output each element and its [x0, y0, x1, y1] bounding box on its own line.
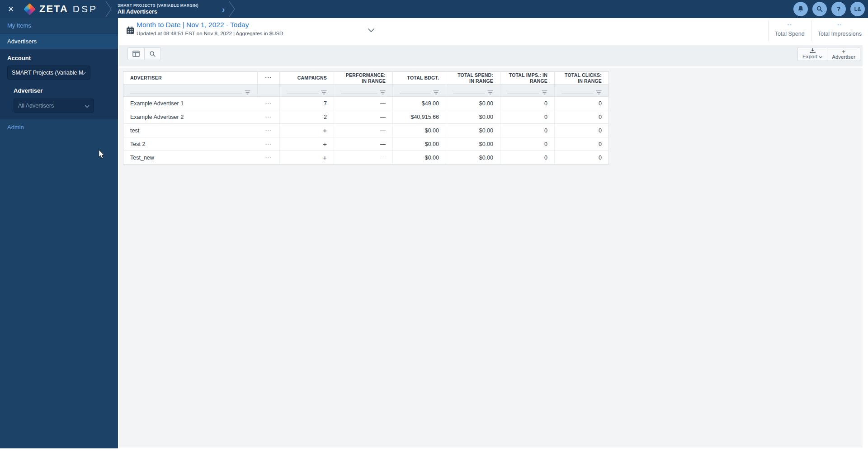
- notifications-button[interactable]: [793, 2, 808, 16]
- filter-icon[interactable]: [596, 90, 602, 95]
- ellipsis-icon[interactable]: ···: [265, 75, 272, 81]
- performance-value: —: [380, 100, 386, 107]
- cell-advertiser: Test_new: [123, 151, 258, 165]
- advertiser-value[interactable]: Test 2: [130, 141, 145, 147]
- cell-total_imps: 0: [500, 124, 555, 137]
- filter-underline[interactable]: [561, 94, 594, 94]
- cell-campaigns: 2: [280, 110, 334, 124]
- breadcrumb-account: SMART PROJECTS (VARIABLE MARGIN): [118, 4, 198, 8]
- date-range-title[interactable]: Month to Date | Nov 1, 2022 - Today: [137, 21, 283, 29]
- advertiser-value[interactable]: Example Advertiser 1: [130, 100, 184, 107]
- performance-value: —: [380, 127, 386, 134]
- campaigns-value: 7: [324, 100, 327, 107]
- filter-input-advertiser[interactable]: [130, 85, 250, 96]
- col-header-total_bdgt[interactable]: TOTAL BDGT.: [393, 72, 446, 85]
- close-button[interactable]: ✕: [5, 3, 17, 15]
- calendar-icon: [126, 26, 135, 37]
- advertiser-value[interactable]: Test_new: [130, 155, 154, 161]
- filter-performance[interactable]: [334, 85, 393, 97]
- total-spend-label: Total Spend: [775, 31, 805, 37]
- col-header-total_clicks[interactable]: TOTAL CLICKS: IN RANGE: [555, 72, 609, 85]
- filter-icon[interactable]: [487, 90, 493, 95]
- columns-icon: [132, 51, 140, 57]
- filter-input-total_imps[interactable]: [507, 85, 547, 96]
- filter-underline[interactable]: [507, 94, 539, 94]
- cell-advertiser: test: [123, 124, 258, 137]
- advertiser-value[interactable]: test: [130, 127, 139, 134]
- cell-total_imps: 0: [500, 97, 555, 110]
- add-campaign-button[interactable]: +: [323, 127, 327, 134]
- total_clicks-value: 0: [599, 127, 602, 134]
- filter-icon[interactable]: [433, 90, 439, 95]
- add-campaign-button[interactable]: +: [323, 154, 327, 161]
- col-header-performance[interactable]: PERFORMANCE: IN RANGE: [334, 72, 393, 85]
- filter-underline[interactable]: [341, 94, 377, 94]
- filter-underline[interactable]: [400, 94, 431, 94]
- add-campaign-button[interactable]: +: [323, 140, 327, 148]
- cell-menu: ···: [258, 97, 280, 110]
- logo-secondary: DSP: [73, 4, 98, 14]
- col-header-menu[interactable]: ···: [258, 72, 280, 85]
- cell-campaigns: +: [280, 124, 334, 137]
- global-search-button[interactable]: [812, 2, 827, 16]
- date-range-expander[interactable]: [368, 26, 375, 34]
- filter-underline[interactable]: [287, 94, 319, 94]
- cell-total_bdgt: $40,915.66: [393, 110, 446, 124]
- filter-input-campaigns[interactable]: [287, 85, 327, 96]
- advertiser-value[interactable]: Example Advertiser 2: [130, 114, 184, 120]
- breadcrumb-next-icon[interactable]: ›: [222, 5, 225, 14]
- advertiser-select[interactable]: All Advertisers: [14, 99, 94, 113]
- filter-total_imps[interactable]: [500, 85, 555, 97]
- row-menu-button[interactable]: ···: [265, 114, 272, 120]
- total_bdgt-value: $0.00: [425, 141, 439, 147]
- row-menu-button[interactable]: ···: [265, 141, 272, 147]
- filter-total_clicks[interactable]: [555, 85, 609, 97]
- col-header-total_spend[interactable]: TOTAL SPEND: IN RANGE: [446, 72, 500, 85]
- grid-action-buttons: Export + Advertiser: [797, 47, 860, 61]
- col-header-advertiser[interactable]: ADVERTISER: [123, 72, 258, 85]
- filter-icon[interactable]: [321, 90, 327, 95]
- filter-total_bdgt[interactable]: [393, 85, 446, 97]
- filter-campaigns[interactable]: [280, 85, 334, 97]
- row-menu-button[interactable]: ···: [265, 128, 272, 133]
- filter-icon[interactable]: [380, 90, 386, 95]
- sidebar-item-my-items[interactable]: My Items: [0, 18, 118, 33]
- cell-total_clicks: 0: [555, 124, 609, 137]
- filter-underline[interactable]: [453, 94, 485, 94]
- row-menu-button[interactable]: ···: [265, 155, 272, 160]
- col-header-campaigns[interactable]: CAMPAIGNS: [280, 72, 334, 85]
- grid-search-button[interactable]: [144, 47, 161, 60]
- cell-total_clicks: 0: [555, 97, 609, 110]
- help-button[interactable]: ?: [831, 2, 846, 16]
- export-button[interactable]: Export: [797, 47, 827, 61]
- filter-input-performance[interactable]: [341, 85, 386, 96]
- cell-total_bdgt: $0.00: [393, 151, 446, 165]
- zeta-dsp-logo[interactable]: ZETA DSP: [25, 3, 98, 15]
- filter-underline[interactable]: [130, 94, 242, 94]
- add-advertiser-button[interactable]: + Advertiser: [827, 47, 860, 61]
- table-row: Test 2···+—$0.00$0.0000: [123, 137, 609, 151]
- breadcrumb-divider-icon: [229, 1, 235, 17]
- filter-icon[interactable]: [542, 90, 547, 95]
- bell-icon: [797, 5, 804, 13]
- search-icon: [149, 51, 156, 57]
- columns-button[interactable]: [127, 47, 144, 60]
- col-header-total_imps[interactable]: TOTAL IMPS.: IN RANGE: [500, 72, 555, 85]
- user-avatar[interactable]: L&: [850, 2, 865, 16]
- filter-total_spend[interactable]: [446, 85, 500, 97]
- total_bdgt-value: $40,915.66: [410, 114, 439, 120]
- filter-input-total_clicks[interactable]: [561, 85, 602, 96]
- sidebar-item-advertisers[interactable]: Advertisers: [0, 33, 118, 49]
- filter-icon[interactable]: [245, 90, 250, 95]
- row-menu-button[interactable]: ···: [265, 101, 272, 106]
- filter-input-total_spend[interactable]: [453, 85, 493, 96]
- total_spend-value: $0.00: [479, 100, 493, 107]
- cell-campaigns: 7: [280, 97, 334, 110]
- cell-performance: —: [334, 124, 393, 137]
- cell-total_spend: $0.00: [446, 110, 500, 124]
- filter-advertiser[interactable]: [123, 85, 258, 97]
- filter-input-total_bdgt[interactable]: [400, 85, 439, 96]
- cell-total_bdgt: $49.00: [393, 97, 446, 110]
- account-select[interactable]: SMART Projects (Variable M: [7, 66, 90, 80]
- sidebar-item-admin[interactable]: Admin: [0, 119, 118, 135]
